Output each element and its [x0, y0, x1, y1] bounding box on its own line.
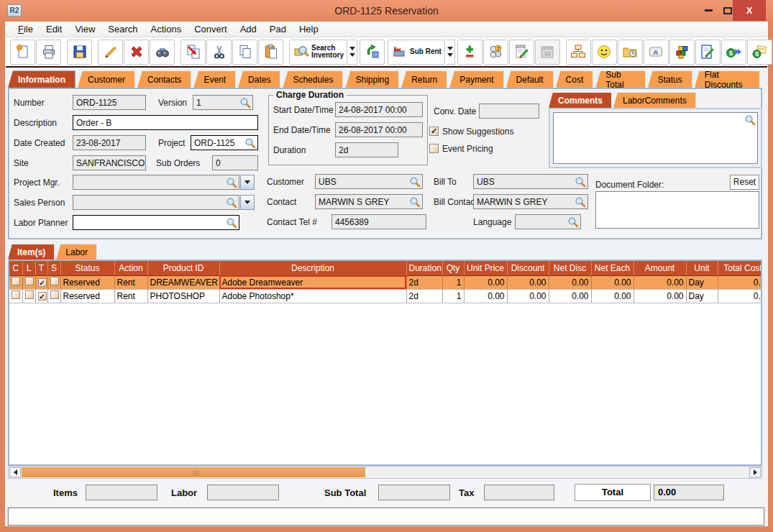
col-t[interactable]: T	[35, 261, 47, 275]
sales-person-lookup-icon[interactable]	[226, 197, 237, 210]
tab-shipping[interactable]: Shipping	[345, 70, 399, 88]
labor-planner-lookup-icon[interactable]	[226, 217, 237, 230]
cell-unit-price[interactable]: 0.00	[464, 275, 507, 289]
col-unit-price[interactable]: Unit Price	[464, 261, 507, 275]
keyboard-key-button[interactable]: A	[644, 40, 669, 65]
add-remove-button[interactable]	[457, 40, 482, 65]
customer-lookup-icon[interactable]	[409, 176, 421, 189]
tab-comments[interactable]: Comments	[549, 92, 612, 108]
tab-items[interactable]: Item(s)	[8, 244, 55, 260]
delete-button[interactable]	[124, 40, 149, 65]
col-qty[interactable]: Qty	[442, 261, 464, 275]
cell-amount[interactable]: 0.00	[634, 275, 686, 289]
contact-field[interactable]: MARWIN S GREY	[315, 194, 423, 209]
cell-duration[interactable]: 2d	[406, 275, 442, 289]
cell-amount[interactable]: 0.00	[634, 289, 686, 303]
cell-discount[interactable]: 0.00	[507, 289, 549, 303]
cell-unit-price[interactable]: 0.00	[464, 289, 507, 303]
contact-tel-field[interactable]: 4456389	[331, 214, 426, 229]
customer-field[interactable]: UBS	[315, 174, 423, 189]
event-pricing-checkbox[interactable]	[429, 144, 439, 153]
sub-rent-dropdown[interactable]	[446, 40, 455, 65]
duration-field[interactable]: 2d	[335, 142, 398, 157]
col-duration[interactable]: Duration	[406, 261, 442, 275]
cell-action[interactable]: Rent	[114, 289, 147, 303]
tab-event[interactable]: Event	[193, 70, 236, 88]
comments-lookup-icon[interactable]	[744, 114, 756, 129]
end-datetime-field[interactable]: 26-08-2017 00:00	[335, 122, 423, 137]
col-discount[interactable]: Discount	[507, 261, 549, 275]
close-button[interactable]: X	[733, 0, 766, 21]
show-suggestions-checkbox[interactable]: ✓	[429, 127, 439, 136]
tab-payment[interactable]: Payment	[449, 70, 503, 88]
cell-unit[interactable]: Day	[686, 275, 718, 289]
checkbox-l[interactable]	[25, 277, 34, 285]
version-field[interactable]: 1	[193, 95, 253, 110]
tab-cost[interactable]: Cost	[556, 70, 594, 88]
description-field[interactable]: Order - B	[73, 115, 258, 130]
labor-planner-field[interactable]	[73, 215, 239, 230]
notepad-edit-button[interactable]	[509, 40, 534, 65]
menu-search[interactable]: Search	[101, 24, 144, 35]
version-lookup-icon[interactable]	[239, 97, 251, 110]
project-mgr-lookup-icon[interactable]	[226, 177, 237, 190]
search-inventory-button[interactable]: SearchInventory	[289, 40, 347, 65]
cell-description[interactable]: Adobe Dreamweaver	[219, 275, 406, 289]
project-lookup-icon[interactable]	[244, 137, 256, 150]
folder-clock-button[interactable]	[618, 40, 643, 65]
cut-button[interactable]	[206, 40, 232, 65]
col-s[interactable]: S	[47, 261, 60, 275]
number-field[interactable]: ORD-1125	[73, 95, 146, 110]
menu-actions[interactable]: Actions	[145, 24, 188, 35]
checkbox-c[interactable]	[12, 277, 20, 285]
bill-to-lookup-icon[interactable]	[575, 176, 586, 189]
menu-view[interactable]: View	[68, 24, 101, 35]
col-net-disc[interactable]: Net Disc	[549, 261, 591, 275]
search-inventory-dropdown[interactable]	[348, 40, 357, 65]
cell-qty[interactable]: 1	[442, 275, 464, 289]
sub-orders-field[interactable]: 0	[212, 155, 258, 170]
bill-contact-lookup-icon[interactable]	[575, 196, 586, 209]
new-document-button[interactable]	[10, 40, 35, 65]
find-button[interactable]	[150, 40, 175, 65]
conv-date-field[interactable]	[479, 104, 539, 119]
project-mgr-field[interactable]	[73, 175, 239, 190]
col-l[interactable]: L	[22, 261, 35, 275]
transfer-document-button[interactable]	[180, 40, 206, 65]
contact-lookup-icon[interactable]	[409, 196, 421, 209]
product-cubes-button[interactable]	[669, 40, 695, 65]
cell-net-each[interactable]: 0.00	[591, 289, 634, 303]
checkbox-l[interactable]	[25, 290, 34, 299]
tab-status[interactable]: Status	[648, 70, 692, 88]
smiley-button[interactable]	[592, 40, 617, 65]
col-amount[interactable]: Amount	[634, 261, 686, 275]
sub-rent-button[interactable]: Sub Rent	[388, 40, 445, 65]
cell-unit[interactable]: Day	[686, 289, 718, 303]
minimize-button[interactable]	[699, 0, 718, 21]
checkbox-t[interactable]: ✓	[38, 278, 47, 287]
menu-file[interactable]: File	[12, 24, 40, 35]
col-product-id[interactable]: Product ID	[147, 261, 219, 275]
print-button[interactable]	[36, 40, 61, 65]
language-field[interactable]	[515, 214, 581, 229]
paste-button[interactable]	[258, 40, 283, 65]
copy-button[interactable]	[232, 40, 257, 65]
convert-item-button[interactable]	[360, 40, 385, 65]
cell-total-cost[interactable]: 0.0	[718, 275, 762, 289]
col-description[interactable]: Description	[219, 261, 406, 275]
scroll-left-button[interactable]	[9, 467, 21, 477]
cell-net-disc[interactable]: 0.00	[549, 289, 591, 303]
project-mgr-dropdown[interactable]	[240, 175, 255, 190]
cell-total-cost[interactable]: 0.0	[718, 289, 762, 303]
cell-description[interactable]: Adobe Photoshop*	[219, 289, 406, 303]
cell-duration[interactable]: 2d	[406, 289, 442, 303]
sales-person-dropdown[interactable]	[240, 195, 255, 210]
reset-button[interactable]: Reset	[730, 175, 759, 190]
col-c[interactable]: C	[9, 261, 22, 275]
col-status[interactable]: Status	[60, 261, 114, 275]
tab-schedules[interactable]: Schedules	[283, 70, 343, 88]
cell-action[interactable]: Rent	[114, 275, 147, 289]
table-row[interactable]: ✓ Reserved Rent DREAMWEAVER Adobe Dreamw…	[9, 275, 762, 289]
money-forward-button[interactable]: $	[721, 40, 746, 65]
bill-to-field[interactable]: UBS	[473, 174, 588, 189]
